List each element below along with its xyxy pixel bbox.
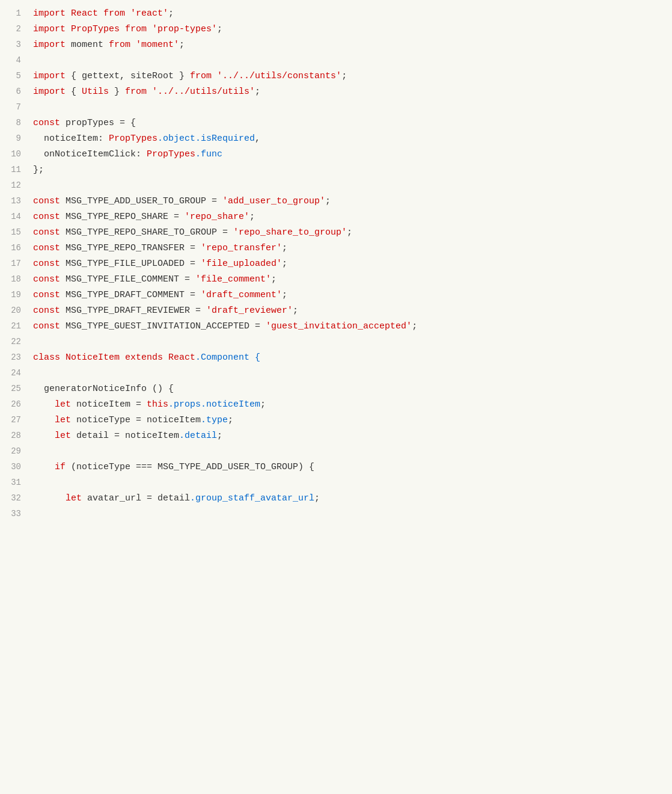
code-token: ; xyxy=(249,212,255,222)
line-number: 20 xyxy=(0,304,33,317)
line-number: 22 xyxy=(0,335,33,348)
code-token: , xyxy=(255,134,260,144)
line-number: 14 xyxy=(0,210,33,223)
code-token: === xyxy=(136,462,157,472)
code-token: let xyxy=(33,431,76,441)
line-number: 8 xyxy=(0,116,33,129)
code-line: 25 generatorNoticeInfo () { xyxy=(0,381,672,397)
line-number: 15 xyxy=(0,226,33,239)
code-token: NoticeItem xyxy=(66,352,120,363)
code-token: '../../utils/constants' xyxy=(217,71,341,81)
line-content: let noticeType = noticeItem.type; xyxy=(33,413,672,428)
code-line: 14const MSG_TYPE_REPO_SHARE = 'repo_shar… xyxy=(0,209,672,225)
code-line: 24 xyxy=(0,366,672,381)
line-number: 30 xyxy=(0,460,33,473)
code-token: MSG_TYPE_FILE_COMMENT = xyxy=(66,274,195,285)
line-content xyxy=(33,507,672,522)
line-number: 29 xyxy=(0,445,33,458)
code-token: 'repo_transfer' xyxy=(201,243,282,253)
code-line: 22 xyxy=(0,334,672,350)
code-token: () { xyxy=(152,384,174,394)
code-token: 'file_uploaded' xyxy=(201,259,282,269)
code-token: this xyxy=(147,399,168,410)
code-token: let xyxy=(33,415,76,425)
line-content: class NoticeItem extends React.Component… xyxy=(33,351,672,365)
code-token: propTypes = { xyxy=(66,118,136,128)
line-content: import { gettext, siteRoot } from '../..… xyxy=(33,69,672,84)
code-line: 32 let avatar_url = detail.group_staff_a… xyxy=(0,491,672,506)
code-token: ; xyxy=(314,493,320,503)
line-number: 33 xyxy=(0,507,33,520)
code-token: const xyxy=(33,212,66,222)
code-token: } xyxy=(109,87,125,97)
code-token: .props xyxy=(168,399,201,410)
line-content: noticeItem: PropTypes.object.isRequired, xyxy=(33,132,672,146)
code-token: import xyxy=(33,87,71,97)
code-token: let xyxy=(33,399,76,410)
code-token: ; xyxy=(341,71,347,81)
code-line: 5import { gettext, siteRoot } from '../.… xyxy=(0,69,672,84)
line-number: 1 xyxy=(0,7,33,20)
line-content: let noticeItem = this.props.noticeItem; xyxy=(33,398,672,412)
line-content: const MSG_TYPE_REPO_SHARE = 'repo_share'… xyxy=(33,210,672,224)
line-number: 10 xyxy=(0,147,33,161)
code-token: const xyxy=(33,243,66,253)
code-line: 8const propTypes = { xyxy=(0,115,672,131)
code-token: extends xyxy=(120,352,168,363)
line-number: 24 xyxy=(0,366,33,380)
code-line: 28 let detail = noticeItem.detail; xyxy=(0,428,672,444)
line-content: const MSG_TYPE_REPO_TRANSFER = 'repo_tra… xyxy=(33,241,672,256)
line-number: 25 xyxy=(0,382,33,395)
code-token: if xyxy=(33,462,71,472)
line-number: 4 xyxy=(0,54,33,67)
code-editor: 1import React from 'react';2import PropT… xyxy=(0,0,672,794)
code-token: ; xyxy=(217,24,222,34)
code-token: ; xyxy=(325,196,331,206)
code-token: noticeType = noticeItem xyxy=(76,415,201,425)
code-token: 'moment' xyxy=(136,40,179,50)
line-number: 9 xyxy=(0,132,33,145)
line-number: 26 xyxy=(0,398,33,411)
code-token: .Component { xyxy=(195,352,260,363)
code-token: MSG_TYPE_REPO_TRANSFER = xyxy=(66,243,201,253)
line-content: const MSG_TYPE_ADD_USER_TO_GROUP = 'add_… xyxy=(33,194,672,209)
code-token: ; xyxy=(282,259,287,269)
code-token: class xyxy=(33,352,66,363)
code-line: 12 xyxy=(0,178,672,194)
code-token: MSG_TYPE_ADD_USER_TO_GROUP = xyxy=(66,196,222,206)
code-token: PropTypes xyxy=(71,24,120,34)
code-line: 15const MSG_TYPE_REPO_SHARE_TO_GROUP = '… xyxy=(0,225,672,241)
line-number: 7 xyxy=(0,100,33,114)
line-content: const MSG_TYPE_FILE_COMMENT = 'file_comm… xyxy=(33,272,672,287)
code-token: from xyxy=(190,71,217,81)
code-token: MSG_TYPE_GUEST_INVITATION_ACCEPTED = xyxy=(66,321,266,331)
code-token: MSG_TYPE_REPO_SHARE_TO_GROUP = xyxy=(66,227,233,238)
code-token: moment xyxy=(71,40,103,50)
code-token: noticeItem = xyxy=(76,399,147,410)
code-line: 19const MSG_TYPE_DRAFT_COMMENT = 'draft_… xyxy=(0,288,672,303)
code-token: 'prop-types' xyxy=(152,24,217,34)
line-number: 19 xyxy=(0,288,33,301)
line-number: 28 xyxy=(0,429,33,442)
code-token: PropTypes xyxy=(147,149,195,159)
code-line: 17const MSG_TYPE_FILE_UPLOADED = 'file_u… xyxy=(0,256,672,272)
code-token: PropTypes xyxy=(109,134,157,144)
line-content: import moment from 'moment'; xyxy=(33,38,672,52)
code-line: 18const MSG_TYPE_FILE_COMMENT = 'file_co… xyxy=(0,272,672,288)
line-content xyxy=(33,366,672,381)
code-line: 16const MSG_TYPE_REPO_TRANSFER = 'repo_t… xyxy=(0,241,672,256)
code-token: MSG_TYPE_DRAFT_COMMENT = xyxy=(66,290,201,300)
line-number: 2 xyxy=(0,22,33,35)
code-line: 21const MSG_TYPE_GUEST_INVITATION_ACCEPT… xyxy=(0,319,672,334)
code-token: noticeItem: xyxy=(33,134,109,144)
code-token: const xyxy=(33,259,66,269)
line-number: 16 xyxy=(0,241,33,254)
code-token: .func xyxy=(195,149,222,159)
code-token: const xyxy=(33,196,66,206)
line-content: if (noticeType === MSG_TYPE_ADD_USER_TO_… xyxy=(33,460,672,475)
code-token: ; xyxy=(228,415,233,425)
line-number: 11 xyxy=(0,163,33,176)
code-token: ; xyxy=(168,8,174,19)
code-token: from xyxy=(103,40,136,50)
line-content: const MSG_TYPE_REPO_SHARE_TO_GROUP = 're… xyxy=(33,226,672,240)
